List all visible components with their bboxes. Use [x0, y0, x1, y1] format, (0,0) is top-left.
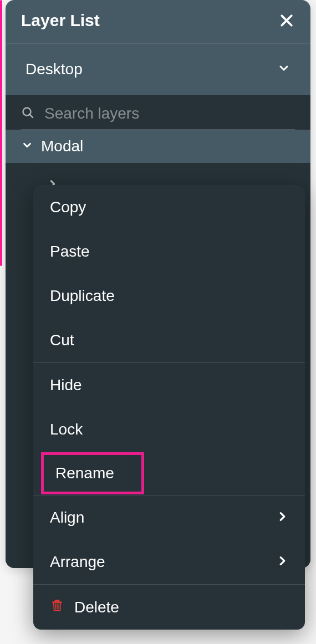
menu-item-lock[interactable]: Lock — [33, 407, 305, 452]
menu-item-label: Arrange — [50, 553, 105, 571]
selection-edge-indicator — [0, 0, 2, 266]
svg-rect-4 — [52, 602, 62, 603]
panel-title: Layer List — [21, 11, 100, 30]
search-section — [6, 95, 310, 130]
menu-item-label: Duplicate — [50, 287, 115, 305]
menu-item-label: Lock — [50, 421, 83, 438]
menu-item-rename[interactable]: Rename — [42, 453, 143, 493]
layer-item-modal[interactable]: Modal — [6, 130, 310, 163]
chevron-down-icon — [277, 62, 290, 77]
svg-line-3 — [30, 115, 33, 117]
menu-item-delete[interactable]: Delete — [33, 585, 305, 630]
menu-item-label: Copy — [50, 198, 86, 216]
search-icon — [21, 106, 34, 121]
trash-icon — [50, 598, 64, 616]
chevron-right-icon — [276, 509, 288, 527]
menu-item-label: Rename — [55, 464, 114, 482]
menu-item-label: Cut — [50, 331, 74, 349]
close-icon — [278, 12, 295, 29]
chevron-down-icon — [21, 137, 33, 155]
close-button[interactable] — [278, 12, 295, 29]
menu-item-label: Paste — [50, 243, 90, 260]
search-input[interactable] — [44, 105, 295, 122]
menu-item-label: Align — [50, 509, 84, 527]
breakpoint-selector[interactable]: Desktop — [6, 44, 310, 95]
menu-item-copy[interactable]: Copy — [33, 185, 305, 229]
chevron-right-icon — [276, 553, 288, 571]
menu-item-label: Delete — [74, 599, 119, 616]
layer-item-label: Modal — [41, 137, 83, 155]
menu-item-align[interactable]: Align — [33, 495, 305, 540]
breakpoint-label: Desktop — [26, 60, 83, 78]
search-wrap — [21, 105, 295, 130]
panel-header: Layer List — [6, 0, 310, 44]
menu-item-paste[interactable]: Paste — [33, 229, 305, 274]
menu-item-duplicate[interactable]: Duplicate — [33, 274, 305, 318]
menu-item-label: Hide — [50, 376, 82, 394]
menu-item-cut[interactable]: Cut — [33, 318, 305, 362]
context-menu: Copy Paste Duplicate Cut Hide Lock Renam… — [33, 185, 305, 630]
menu-item-arrange[interactable]: Arrange — [33, 540, 305, 584]
menu-item-hide[interactable]: Hide — [33, 363, 305, 407]
